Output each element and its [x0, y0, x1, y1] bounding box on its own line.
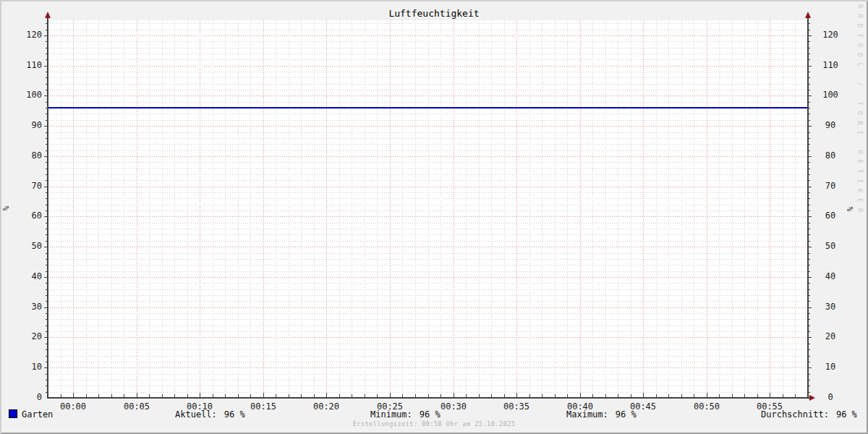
- y-tick-label: 20: [0, 331, 42, 342]
- x-tick-label: 00:00: [54, 401, 92, 412]
- creation-time-caption: Erstellungszeit: 00:58 Uhr am 25.10.2025: [0, 420, 868, 428]
- stat-aktuell-label: Aktuell:: [175, 409, 217, 420]
- stat-maximum-value: 96 %: [616, 409, 637, 420]
- rrdtool-graph-window: Luftfeuchtigkeit % % 0102030405060708090…: [0, 0, 868, 434]
- y-tick-label: 100: [822, 90, 839, 101]
- y-tick-label: 10: [822, 362, 839, 373]
- legend-series-label: Garten: [22, 409, 53, 420]
- y-tick-label: 40: [822, 271, 839, 282]
- y-tick-label: 110: [0, 60, 42, 71]
- stat-durchschnitt: Durchschnitt:96 %: [761, 409, 857, 420]
- legend-color-swatch: [9, 409, 17, 418]
- y-tick-label: 120: [822, 30, 839, 41]
- y-tick-label: 20: [822, 331, 839, 342]
- y-tick-label: 50: [822, 241, 839, 252]
- stat-durchschnitt-value: 96 %: [836, 409, 857, 420]
- rrdtool-watermark: RRDTOOL / TOBI OETIKER: [856, 4, 864, 218]
- x-tick-label: 00:15: [244, 401, 282, 412]
- y-tick-label: 70: [822, 181, 839, 192]
- humidity-chart-plot: [0, 0, 868, 434]
- y-tick-label: 30: [822, 302, 839, 312]
- y-tick-label: 70: [0, 181, 42, 192]
- y-axis-unit-label-right: %: [845, 203, 856, 215]
- stat-durchschnitt-label: Durchschnitt:: [761, 409, 829, 420]
- stat-maximum: Maximum:96 %: [566, 409, 637, 420]
- y-tick-label: 10: [0, 362, 42, 373]
- y-tick-label: 100: [0, 90, 42, 101]
- y-tick-label: 110: [822, 60, 839, 71]
- y-tick-label: 0: [0, 392, 42, 403]
- y-tick-label: 80: [0, 150, 42, 161]
- y-tick-label: 30: [0, 302, 42, 312]
- y-tick-label: 60: [0, 210, 42, 221]
- x-tick-label: 00:05: [118, 401, 156, 412]
- x-tick-label: 00:35: [498, 401, 535, 412]
- stat-aktuell-value: 96 %: [224, 409, 245, 420]
- stat-minimum: Minimum:96 %: [370, 409, 441, 420]
- y-tick-label: 120: [0, 30, 42, 41]
- stat-maximum-label: Maximum:: [566, 409, 608, 420]
- y-tick-label: 90: [822, 120, 839, 131]
- stat-minimum-label: Minimum:: [370, 409, 412, 420]
- y-tick-label: 0: [822, 392, 839, 403]
- y-tick-label: 80: [822, 150, 839, 161]
- chart-title: Luftfeuchtigkeit: [0, 8, 868, 19]
- y-tick-label: 60: [822, 210, 839, 221]
- y-tick-label: 40: [0, 271, 42, 282]
- stat-aktuell: Aktuell:96 %: [175, 409, 245, 420]
- x-tick-label: 00:50: [688, 401, 726, 412]
- y-tick-label: 50: [0, 241, 42, 252]
- stat-minimum-value: 96 %: [420, 409, 441, 420]
- y-tick-label: 90: [0, 120, 42, 131]
- x-tick-label: 00:20: [307, 401, 345, 412]
